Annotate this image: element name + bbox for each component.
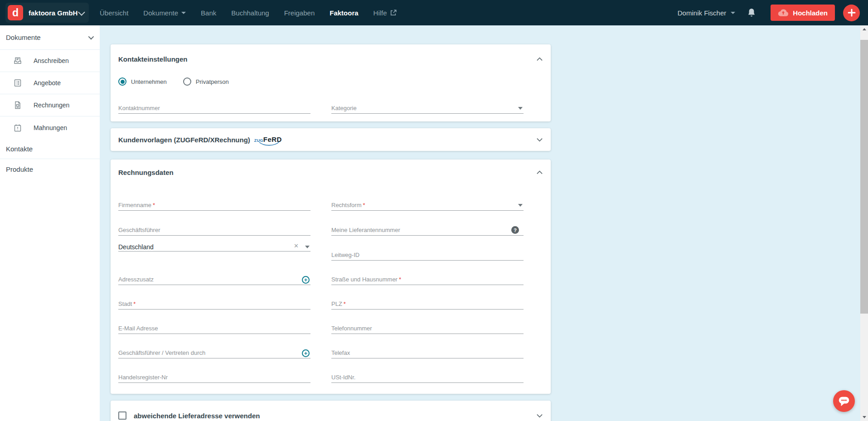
sidebar-item-mahnungen[interactable]: Mahnungen: [0, 116, 100, 139]
kategorie-select[interactable]: Kategorie: [331, 104, 524, 114]
nav-dokumente[interactable]: Dokumente: [143, 9, 186, 17]
plz-field[interactable]: PLZ*: [331, 300, 524, 310]
kontaktnummer-field[interactable]: Kontaktnummer: [118, 104, 310, 114]
nav-faktoora[interactable]: Faktoora: [330, 9, 358, 17]
scroll-down-icon: [863, 416, 866, 418]
adresszusatz-field[interactable]: Adresszusatz +: [118, 275, 310, 285]
invoice-icon: [13, 101, 22, 110]
add-new-button[interactable]: [843, 5, 860, 21]
company-name: faktoora GmbH: [29, 9, 78, 17]
nav-bank[interactable]: Bank: [201, 9, 216, 17]
card-lieferadresse: abweichende Lieferadresse verwenden: [111, 401, 551, 421]
vertreten-durch-field[interactable]: Geschäftsführer / Vertreten durch +: [118, 348, 310, 358]
ust-idnr-field[interactable]: USt-IdNr.: [331, 373, 524, 383]
required-marker: *: [344, 300, 346, 307]
geschaeftsfuehrer-field[interactable]: Geschäftsführer: [118, 226, 310, 236]
add-icon[interactable]: +: [302, 349, 310, 357]
card-title: Kontakteinstellungen: [118, 55, 188, 63]
topbar: d faktoora GmbH Übersicht Dokumente Bank…: [0, 0, 868, 25]
sidebar-section-dokumente[interactable]: Dokumente: [0, 25, 100, 50]
chat-bubble-icon: [837, 395, 851, 407]
collapse-button[interactable]: [536, 169, 543, 176]
letter-icon: [13, 56, 22, 65]
upload-button[interactable]: Hochladen: [771, 5, 835, 21]
scroll-up-icon: [863, 28, 866, 30]
radio-unselected-icon: [183, 77, 191, 86]
telefonnummer-field[interactable]: Telefonnummer: [331, 324, 524, 334]
radio-unternehmen[interactable]: Unternehmen: [118, 77, 167, 86]
help-icon[interactable]: ?: [511, 226, 519, 234]
scroll-down-button[interactable]: [860, 413, 868, 421]
nav-freigaben[interactable]: Freigaben: [284, 9, 315, 17]
scrollbar-thumb[interactable]: [860, 40, 868, 314]
collapse-button[interactable]: [536, 55, 543, 63]
field-label: PLZ: [331, 300, 342, 307]
sidebar-section-label: Dokumente: [6, 34, 41, 41]
caret-down-icon: [731, 12, 735, 14]
radio-privatperson[interactable]: Privatperson: [183, 77, 229, 86]
card-title: abweichende Lieferadresse verwenden: [134, 412, 260, 420]
expand-button[interactable]: [536, 136, 543, 144]
dropdown-caret-icon[interactable]: [518, 107, 523, 110]
card-rechnungsdaten: Rechnungsdaten Firmenname* Geschäftsführ…: [111, 160, 551, 394]
chevron-down-icon: [78, 9, 85, 16]
card-kontakteinstellungen: Kontakteinstellungen Unternehmen Privatp…: [111, 44, 551, 121]
zugferd-swoosh: [259, 141, 280, 147]
sidebar-item-label: Angebote: [34, 79, 61, 87]
stadt-field[interactable]: Stadt*: [118, 300, 310, 310]
radio-label: Privatperson: [196, 78, 229, 85]
telefax-field[interactable]: Telefax: [331, 348, 524, 358]
nav-buchhaltung[interactable]: Buchhaltung: [231, 9, 269, 17]
email-field[interactable]: E-Mail Adresse: [118, 324, 310, 334]
field-label: Adresszusatz: [118, 276, 154, 283]
nav-hilfe[interactable]: Hilfe: [373, 9, 397, 17]
card-title: Rechnungsdaten: [118, 169, 174, 176]
leitweg-id-field[interactable]: Leitweg-ID: [331, 251, 524, 261]
lieferantennummer-field[interactable]: Meine Lieferantennummer ?: [331, 226, 524, 236]
rechtsform-select[interactable]: Rechtsform*: [331, 201, 524, 211]
field-label: Rechtsform: [331, 202, 361, 208]
strasse-field[interactable]: Straße und Hausnummer*: [331, 275, 524, 285]
company-selector[interactable]: d faktoora GmbH: [5, 3, 89, 23]
add-icon[interactable]: +: [302, 276, 310, 284]
firmenname-field[interactable]: Firmenname*: [118, 201, 310, 211]
clear-icon[interactable]: ✕: [294, 242, 299, 249]
contact-type-radios: Unternehmen Privatperson: [118, 77, 543, 86]
required-marker: *: [153, 202, 155, 208]
user-menu[interactable]: Dominik Fischer: [678, 9, 736, 17]
handelsregister-field[interactable]: Handelsregister-Nr: [118, 373, 310, 383]
field-label: Stadt: [118, 300, 132, 307]
field-label: USt-IdNr.: [331, 374, 355, 381]
notifications-button[interactable]: [747, 8, 756, 18]
land-select[interactable]: Deutschland ✕: [118, 243, 310, 252]
radio-label: Unternehmen: [131, 78, 167, 85]
sidebar-item-rechnungen[interactable]: Rechnungen: [0, 94, 100, 116]
chevron-up-icon: [537, 169, 543, 175]
dropdown-caret-icon[interactable]: [305, 246, 310, 248]
dropdown-caret-icon[interactable]: [518, 204, 523, 207]
field-label: Geschäftsführer: [118, 227, 160, 233]
sidebar-item-kontakte[interactable]: Kontakte: [0, 139, 100, 159]
sidebar-item-produkte[interactable]: Produkte: [0, 159, 100, 179]
zugferd-logo: ZUG FeRD: [254, 135, 282, 144]
nav-uebersicht[interactable]: Übersicht: [100, 9, 128, 17]
plus-icon: [847, 8, 856, 17]
faktoora-logo: d: [8, 5, 23, 20]
field-label: Kontaktnummer: [118, 105, 160, 111]
chat-support-button[interactable]: [833, 390, 855, 412]
sidebar-item-label: Anschreiben: [34, 57, 69, 64]
vertical-scrollbar[interactable]: [860, 25, 868, 421]
field-label: Meine Lieferantennummer: [331, 227, 400, 233]
scroll-up-button[interactable]: [860, 25, 868, 33]
field-label: Firmenname: [118, 202, 151, 208]
expand-button[interactable]: [536, 412, 543, 420]
select-value: Deutschland: [118, 243, 154, 251]
upload-label: Hochladen: [793, 9, 828, 17]
field-label: Handelsregister-Nr: [118, 374, 168, 381]
sidebar-item-anschreiben[interactable]: Anschreiben: [0, 50, 100, 72]
field-label: Telefonnummer: [331, 325, 372, 332]
chevron-down-icon: [88, 34, 94, 40]
lieferadresse-checkbox[interactable]: [118, 411, 126, 420]
radio-selected-icon: [118, 77, 126, 86]
sidebar-item-angebote[interactable]: Angebote: [0, 72, 100, 94]
